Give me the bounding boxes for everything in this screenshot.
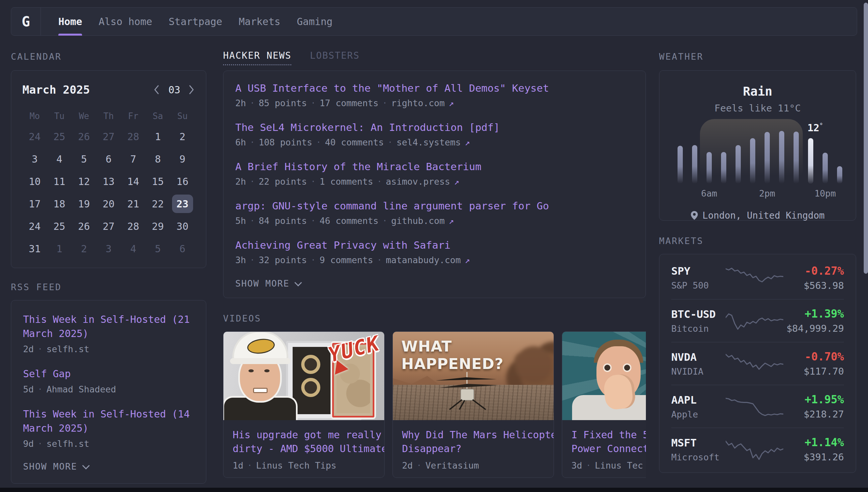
calendar-day[interactable]: 11: [49, 172, 70, 191]
market-row-spy[interactable]: SPYS&P 500-0.27%$563.98: [671, 256, 844, 299]
market-row-nvda[interactable]: NVDANVIDIA-0.70%$117.70: [671, 342, 844, 385]
calendar-day[interactable]: 10: [24, 172, 45, 191]
calendar-day[interactable]: 1: [147, 127, 168, 146]
video-title[interactable]: I Fixed the 5Power Connect: [572, 428, 646, 456]
calendar-day[interactable]: 27: [98, 217, 119, 236]
calendar-day[interactable]: 24: [24, 127, 45, 146]
market-price: $563.98: [783, 280, 844, 291]
calendar-day[interactable]: 9: [172, 150, 193, 168]
video-card[interactable]: DOTHTI Fixed the 5Power Connect3d·Linus …: [562, 331, 646, 478]
calendar-day[interactable]: 13: [98, 172, 119, 191]
news-show-more-button[interactable]: SHOW MORE: [235, 278, 634, 289]
calendar-day[interactable]: 28: [123, 127, 144, 146]
rss-item-meta: 9d·selfh.st: [23, 439, 194, 449]
calendar-day[interactable]: 15: [147, 172, 168, 191]
video-title[interactable]: His upgrade got me reallydirty - AMD $50…: [233, 428, 375, 456]
calendar-day[interactable]: 7: [123, 150, 144, 168]
nav-tab-also-home[interactable]: Also home: [99, 7, 152, 35]
calendar-widget: March 2025 03 MoTuWeThFrSaSu242526272812…: [11, 70, 206, 268]
calendar-day[interactable]: 27: [98, 127, 119, 146]
chevron-right-icon[interactable]: [189, 85, 195, 95]
calendar-day[interactable]: 22: [147, 195, 168, 213]
nav-tab-markets[interactable]: Markets: [239, 7, 280, 35]
video-title-line: His upgrade got me really: [233, 428, 375, 442]
calendar-day[interactable]: 3: [98, 239, 119, 258]
calendar-day[interactable]: 26: [74, 217, 95, 236]
nav-tab-gaming[interactable]: Gaming: [297, 7, 333, 35]
calendar-day[interactable]: 8: [147, 150, 168, 168]
news-item-points: 22 points: [259, 176, 307, 187]
news-item-domain-link[interactable]: matanabudy.com: [386, 255, 461, 265]
market-row-aapl[interactable]: AAPLApple+1.95%$218.27: [671, 385, 844, 428]
calendar-weekday: Sa: [153, 109, 163, 123]
calendar-day[interactable]: 24: [24, 217, 45, 236]
news-item-domain-link[interactable]: righto.com: [391, 98, 445, 108]
rss-item-title[interactable]: This Week in Self-Hosted (14March 2025): [23, 407, 194, 435]
calendar-day[interactable]: 16: [172, 172, 193, 191]
rss-item-title[interactable]: Self Gap: [23, 367, 194, 381]
meta-separator: ·: [377, 177, 382, 186]
rss-item-title[interactable]: This Week in Self-Hosted (21March 2025): [23, 312, 194, 341]
news-item-title[interactable]: A Brief History of the Miracle Bacterium: [235, 161, 481, 172]
meta-separator: ·: [250, 255, 255, 265]
nav-tab-startpage[interactable]: Startpage: [169, 7, 222, 35]
calendar-day[interactable]: 29: [147, 217, 168, 236]
news-item-domain-link[interactable]: sel4.systems: [396, 137, 461, 147]
calendar-day[interactable]: 12: [74, 172, 95, 191]
calendar-day[interactable]: 5: [147, 239, 168, 258]
calendar-day[interactable]: 19: [74, 195, 95, 213]
window-bottom-edge: [0, 488, 868, 492]
calendar-month-title: March 2025: [22, 83, 90, 96]
calendar-day[interactable]: 2: [74, 239, 95, 258]
app-logo[interactable]: G: [11, 7, 41, 35]
calendar-day[interactable]: 21: [123, 195, 144, 213]
news-item-title[interactable]: Achieving Great Privacy with Safari: [235, 239, 450, 251]
calendar-day[interactable]: 5: [74, 150, 95, 168]
news-item-comments: 17 comments: [320, 98, 379, 108]
calendar-day[interactable]: 18: [49, 195, 70, 213]
video-title-line: Disappear?: [402, 442, 544, 456]
news-item-domain-link[interactable]: github.com: [391, 216, 445, 226]
meta-separator: ·: [250, 177, 255, 186]
calendar-day[interactable]: 28: [123, 217, 144, 236]
calendar-day[interactable]: 6: [98, 150, 119, 168]
tab-lobsters[interactable]: LOBSTERS: [310, 50, 360, 65]
calendar-day[interactable]: 17: [24, 195, 45, 213]
rss-show-more-button[interactable]: SHOW MORE: [23, 461, 194, 471]
calendar-weekday: Th: [103, 109, 114, 123]
calendar-day[interactable]: 2: [172, 127, 193, 146]
calendar-day[interactable]: 25: [49, 217, 70, 236]
meta-separator: ·: [417, 461, 421, 470]
calendar-day[interactable]: 31: [24, 239, 45, 258]
weather-bar-current: [808, 138, 813, 184]
calendar-day[interactable]: 30: [172, 217, 193, 236]
meta-separator: ·: [250, 138, 255, 147]
market-row-btc-usd[interactable]: BTC-USDBitcoin+1.39%$84,999.29: [671, 299, 844, 342]
calendar-day[interactable]: 3: [24, 150, 45, 168]
calendar-day[interactable]: 4: [49, 150, 70, 168]
market-row-msft[interactable]: MSFTMicrosoft+1.14%$391.26: [671, 428, 844, 471]
nav-tab-home[interactable]: Home: [58, 7, 82, 35]
video-card[interactable]: YUCKHis upgrade got me reallydirty - AMD…: [223, 331, 385, 478]
calendar-day[interactable]: 4: [123, 239, 144, 258]
calendar-header-row: March 2025 03: [22, 83, 195, 96]
news-item: The SeL4 Microkernel: An Introduction [p…: [235, 121, 634, 147]
video-card[interactable]: WHAT HAPPENED?Why Did The Mars Helicopte…: [393, 331, 554, 478]
news-item-title[interactable]: The SeL4 Microkernel: An Introduction [p…: [235, 121, 500, 133]
video-title[interactable]: Why Did The Mars HelicopterDisappear?: [402, 428, 544, 456]
calendar-day[interactable]: 20: [98, 195, 119, 213]
news-item-title[interactable]: argp: GNU-style command line argument pa…: [235, 200, 549, 212]
tab-hacker-news[interactable]: HACKER NEWS: [223, 50, 291, 65]
chevron-left-icon[interactable]: [154, 85, 160, 95]
calendar-day[interactable]: 26: [74, 127, 95, 146]
news-item-domain-link[interactable]: asimov.press: [386, 176, 450, 187]
scrollbar-thumb[interactable]: [864, 3, 868, 274]
calendar-day[interactable]: 25: [49, 127, 70, 146]
news-item-points: 108 points: [259, 137, 312, 147]
calendar-day-selected[interactable]: 23: [172, 195, 193, 213]
calendar-day[interactable]: 14: [123, 172, 144, 191]
calendar-day[interactable]: 1: [49, 239, 70, 258]
calendar-day[interactable]: 6: [172, 239, 193, 258]
fan-shape: [301, 355, 320, 374]
news-item-title[interactable]: A USB Interface to the "Mother of All De…: [235, 82, 549, 94]
